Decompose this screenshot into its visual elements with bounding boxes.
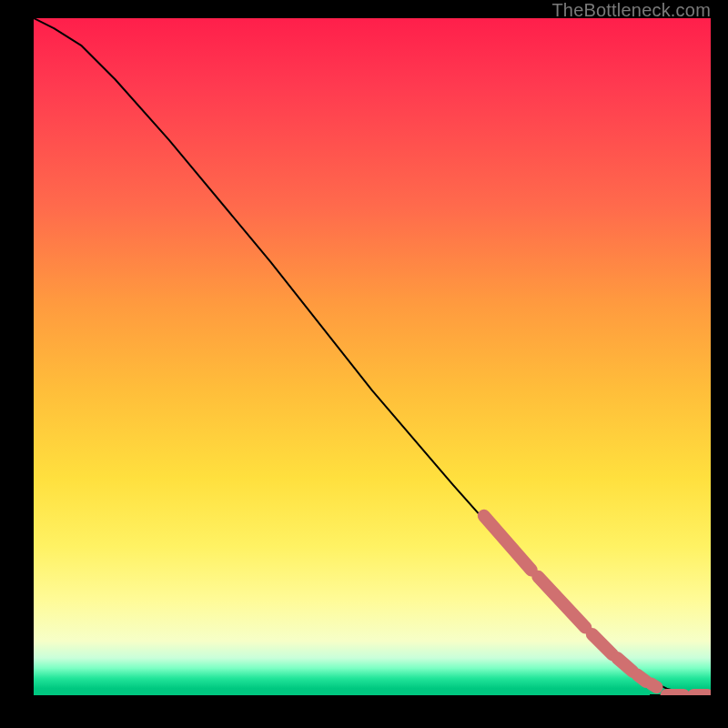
chart-frame: TheBottleneck.com — [0, 0, 728, 728]
highlighted-markers — [484, 516, 708, 695]
marker-segment — [638, 675, 647, 682]
plot-area — [34, 18, 711, 695]
marker-segment — [617, 658, 632, 672]
curve-line — [34, 18, 711, 695]
marker-segment — [538, 577, 585, 628]
chart-svg — [34, 18, 711, 695]
marker-segment — [484, 516, 531, 571]
marker-segment — [652, 683, 657, 687]
marker-segment — [592, 634, 612, 654]
